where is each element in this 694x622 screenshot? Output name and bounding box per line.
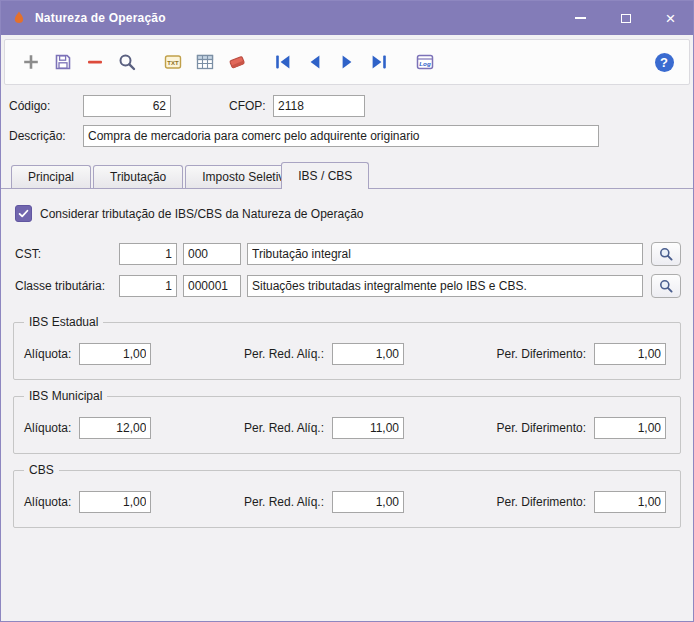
search-button[interactable]: [111, 47, 143, 77]
txt-file-icon: TXT: [163, 52, 183, 72]
close-icon: ×: [666, 10, 676, 27]
svg-text:TXT: TXT: [167, 60, 179, 66]
group-title: IBS Municipal: [24, 389, 107, 403]
help-icon: ?: [655, 53, 674, 72]
cbs-per-red-input[interactable]: [332, 491, 404, 513]
first-record-button[interactable]: [267, 47, 299, 77]
natureza-operacao-window: Natureza de Operação × TXT: [0, 0, 694, 622]
eraser-icon: [227, 52, 247, 72]
plus-icon: [21, 52, 41, 72]
classe-code-input[interactable]: [183, 275, 241, 297]
delete-button[interactable]: [79, 47, 111, 77]
close-button[interactable]: ×: [648, 1, 693, 35]
codigo-cfop-row: Código: CFOP:: [1, 95, 693, 117]
ibs-cbs-panel: Considerar tributação de IBS/CBS da Natu…: [1, 189, 693, 621]
cbs-per-dif-input[interactable]: [594, 491, 666, 513]
log-icon: Log: [415, 52, 435, 72]
cst-code-input[interactable]: [183, 243, 241, 265]
previous-record-icon: [305, 52, 325, 72]
cbs-aliquota-input[interactable]: [79, 491, 151, 513]
titlebar: Natureza de Operação ×: [1, 1, 693, 35]
save-icon: [53, 52, 73, 72]
window-title: Natureza de Operação: [35, 11, 166, 25]
magnifier-icon: [658, 278, 674, 294]
magnifier-icon: [658, 246, 674, 262]
ibs-estadual-aliquota-input[interactable]: [79, 343, 151, 365]
cfop-input[interactable]: [273, 95, 365, 117]
save-button[interactable]: [47, 47, 79, 77]
txt-export-button[interactable]: TXT: [157, 47, 189, 77]
tab-tributacao[interactable]: Tributação: [93, 165, 183, 188]
last-record-icon: [369, 52, 389, 72]
codigo-input[interactable]: [83, 95, 171, 117]
cst-lookup-button[interactable]: [651, 242, 681, 266]
cst-row: CST:: [15, 242, 681, 266]
window-controls: ×: [558, 1, 693, 35]
add-button[interactable]: [15, 47, 47, 77]
ibs-municipal-aliquota-input[interactable]: [79, 417, 151, 439]
panel-filler: [1, 528, 693, 621]
ibs-municipal-per-red-input[interactable]: [332, 417, 404, 439]
per-red-aliq-label: Per. Red. Alíq.:: [244, 495, 324, 509]
classe-description-input[interactable]: [247, 275, 643, 297]
per-diferimento-label: Per. Diferimento:: [497, 347, 586, 361]
descricao-input[interactable]: [83, 125, 599, 147]
per-red-aliq-label: Per. Red. Alíq.:: [244, 347, 324, 361]
per-diferimento-label: Per. Diferimento:: [497, 495, 586, 509]
codigo-label: Código:: [9, 99, 83, 113]
first-record-icon: [273, 52, 293, 72]
classe-tributaria-row: Classe tributária:: [15, 274, 681, 298]
ibs-estadual-per-red-input[interactable]: [332, 343, 404, 365]
minus-icon: [85, 52, 105, 72]
group-ibs-estadual: IBS Estadual Alíquota: Per. Red. Alíq.: …: [13, 322, 681, 380]
maximize-icon: [621, 14, 631, 23]
group-title: CBS: [24, 463, 59, 477]
checkbox-label: Considerar tributação de IBS/CBS da Natu…: [40, 207, 364, 221]
search-icon: [117, 52, 137, 72]
next-record-icon: [337, 52, 357, 72]
next-record-button[interactable]: [331, 47, 363, 77]
classe-lookup-button[interactable]: [651, 274, 681, 298]
cst-label: CST:: [15, 247, 119, 261]
ibs-cbs-toggle-row: Considerar tributação de IBS/CBS da Natu…: [15, 205, 693, 222]
minimize-icon: [575, 17, 586, 19]
aliquota-label: Alíquota:: [24, 421, 71, 435]
ibs-cbs-checkbox[interactable]: [15, 205, 32, 222]
cst-description-input[interactable]: [247, 243, 643, 265]
ibs-municipal-per-dif-input[interactable]: [594, 417, 666, 439]
log-button[interactable]: Log: [409, 47, 441, 77]
group-title: IBS Estadual: [24, 315, 103, 329]
per-diferimento-label: Per. Diferimento:: [497, 421, 586, 435]
toolbar: TXT Log ?: [4, 39, 690, 85]
group-ibs-municipal: IBS Municipal Alíquota: Per. Red. Alíq.:…: [13, 396, 681, 454]
tabstrip: Principal Tributação Imposto Seletivo IB…: [1, 159, 693, 189]
cst-id-input[interactable]: [119, 243, 177, 265]
per-red-aliq-label: Per. Red. Alíq.:: [244, 421, 324, 435]
tab-imposto-seletivo[interactable]: Imposto Seletivo: [185, 165, 289, 188]
group-cbs: CBS Alíquota: Per. Red. Alíq.: Per. Dife…: [13, 470, 681, 528]
help-button[interactable]: ?: [649, 47, 679, 77]
clear-button[interactable]: [221, 47, 253, 77]
tab-ibs-cbs[interactable]: IBS / CBS: [281, 162, 369, 189]
aliquota-label: Alíquota:: [24, 347, 71, 361]
app-icon: [11, 10, 27, 26]
svg-text:Log: Log: [419, 60, 431, 67]
tab-principal[interactable]: Principal: [11, 165, 91, 188]
last-record-button[interactable]: [363, 47, 395, 77]
classe-id-input[interactable]: [119, 275, 177, 297]
aliquota-label: Alíquota:: [24, 495, 71, 509]
descricao-label: Descrição:: [9, 129, 83, 143]
check-icon: [17, 207, 30, 220]
minimize-button[interactable]: [558, 1, 603, 35]
descricao-row: Descrição:: [1, 125, 693, 147]
table-icon: [195, 52, 215, 72]
previous-record-button[interactable]: [299, 47, 331, 77]
classe-label: Classe tributária:: [15, 279, 119, 293]
maximize-button[interactable]: [603, 1, 648, 35]
cfop-label: CFOP:: [229, 99, 273, 113]
ibs-estadual-per-dif-input[interactable]: [594, 343, 666, 365]
grid-view-button[interactable]: [189, 47, 221, 77]
